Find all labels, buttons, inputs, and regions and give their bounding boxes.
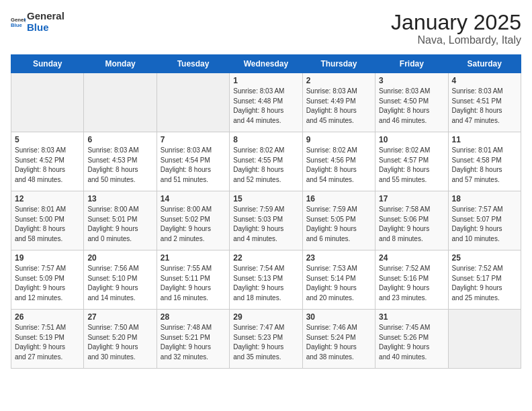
day-number: 14 [161, 194, 226, 203]
weekday-row: SundayMondayTuesdayWednesdayThursdayFrid… [11, 55, 521, 73]
day-number: 4 [452, 76, 517, 85]
calendar-cell: 16Sunrise: 7:59 AM Sunset: 5:05 PM Dayli… [302, 191, 375, 250]
calendar-week-1: 1Sunrise: 8:03 AM Sunset: 4:48 PM Daylig… [11, 73, 521, 132]
day-number: 16 [306, 194, 371, 203]
calendar-table: SundayMondayTuesdayWednesdayThursdayFrid… [11, 54, 521, 369]
calendar-title: January 2025 [391, 11, 521, 34]
calendar-week-5: 26Sunrise: 7:51 AM Sunset: 5:19 PM Dayli… [11, 310, 521, 369]
day-info: Sunrise: 7:53 AM Sunset: 5:14 PM Dayligh… [306, 264, 371, 303]
calendar-cell: 13Sunrise: 8:00 AM Sunset: 5:01 PM Dayli… [84, 191, 157, 250]
calendar-cell: 18Sunrise: 7:57 AM Sunset: 5:07 PM Dayli… [448, 191, 521, 250]
day-info: Sunrise: 8:03 AM Sunset: 4:49 PM Dayligh… [306, 87, 371, 126]
calendar-cell: 5Sunrise: 8:03 AM Sunset: 4:52 PM Daylig… [11, 132, 84, 191]
calendar-cell [157, 73, 229, 132]
calendar-cell: 26Sunrise: 7:51 AM Sunset: 5:19 PM Dayli… [11, 310, 84, 369]
calendar-cell: 1Sunrise: 8:03 AM Sunset: 4:48 PM Daylig… [230, 73, 302, 132]
calendar-cell: 2Sunrise: 8:03 AM Sunset: 4:49 PM Daylig… [302, 73, 375, 132]
day-number: 12 [15, 194, 80, 203]
calendar-week-2: 5Sunrise: 8:03 AM Sunset: 4:52 PM Daylig… [11, 132, 521, 191]
weekday-header-wednesday: Wednesday [230, 55, 302, 73]
calendar-cell: 3Sunrise: 8:03 AM Sunset: 4:50 PM Daylig… [375, 73, 448, 132]
day-info: Sunrise: 7:52 AM Sunset: 5:16 PM Dayligh… [379, 264, 444, 303]
calendar-cell [84, 73, 157, 132]
day-info: Sunrise: 8:03 AM Sunset: 4:51 PM Dayligh… [452, 87, 517, 126]
day-info: Sunrise: 7:57 AM Sunset: 5:07 PM Dayligh… [452, 205, 517, 244]
day-number: 22 [233, 253, 298, 263]
day-info: Sunrise: 7:59 AM Sunset: 5:05 PM Dayligh… [306, 205, 371, 244]
calendar-cell: 29Sunrise: 7:47 AM Sunset: 5:23 PM Dayli… [230, 310, 302, 369]
calendar-cell: 14Sunrise: 8:00 AM Sunset: 5:02 PM Dayli… [157, 191, 229, 250]
day-number: 20 [87, 253, 152, 263]
logo-icon: General Blue [11, 15, 26, 30]
calendar-cell: 23Sunrise: 7:53 AM Sunset: 5:14 PM Dayli… [302, 250, 375, 310]
day-number: 5 [15, 135, 80, 144]
calendar-cell [11, 73, 84, 132]
calendar-cell: 9Sunrise: 8:02 AM Sunset: 4:56 PM Daylig… [302, 132, 375, 191]
logo: General Blue General Blue [11, 11, 64, 33]
calendar-subtitle: Nava, Lombardy, Italy [391, 34, 521, 46]
day-info: Sunrise: 8:01 AM Sunset: 5:00 PM Dayligh… [15, 205, 80, 244]
day-info: Sunrise: 8:03 AM Sunset: 4:53 PM Dayligh… [87, 146, 152, 185]
calendar-cell: 20Sunrise: 7:56 AM Sunset: 5:10 PM Dayli… [84, 250, 157, 310]
day-number: 17 [379, 194, 444, 203]
day-info: Sunrise: 7:54 AM Sunset: 5:13 PM Dayligh… [233, 264, 298, 303]
calendar-cell: 17Sunrise: 7:58 AM Sunset: 5:06 PM Dayli… [375, 191, 448, 250]
calendar-cell: 25Sunrise: 7:52 AM Sunset: 5:17 PM Dayli… [448, 250, 521, 310]
calendar-week-3: 12Sunrise: 8:01 AM Sunset: 5:00 PM Dayli… [11, 191, 521, 250]
day-number: 9 [306, 135, 371, 144]
calendar-cell: 7Sunrise: 8:03 AM Sunset: 4:54 PM Daylig… [157, 132, 229, 191]
day-number: 25 [452, 253, 517, 263]
calendar-cell: 6Sunrise: 8:03 AM Sunset: 4:53 PM Daylig… [84, 132, 157, 191]
day-info: Sunrise: 8:03 AM Sunset: 4:50 PM Dayligh… [379, 87, 444, 126]
calendar-cell: 31Sunrise: 7:45 AM Sunset: 5:26 PM Dayli… [375, 310, 448, 369]
day-info: Sunrise: 8:03 AM Sunset: 4:52 PM Dayligh… [15, 146, 80, 185]
logo-blue: Blue [27, 22, 64, 34]
calendar-header: SundayMondayTuesdayWednesdayThursdayFrid… [11, 55, 521, 73]
day-number: 15 [233, 194, 298, 203]
calendar-cell: 10Sunrise: 8:02 AM Sunset: 4:57 PM Dayli… [375, 132, 448, 191]
day-number: 10 [379, 135, 444, 144]
day-info: Sunrise: 7:58 AM Sunset: 5:06 PM Dayligh… [379, 205, 444, 244]
day-info: Sunrise: 8:03 AM Sunset: 4:54 PM Dayligh… [161, 146, 226, 185]
day-number: 13 [87, 194, 152, 203]
day-info: Sunrise: 7:46 AM Sunset: 5:24 PM Dayligh… [306, 323, 371, 362]
day-info: Sunrise: 7:52 AM Sunset: 5:17 PM Dayligh… [452, 264, 517, 303]
calendar-cell: 8Sunrise: 8:02 AM Sunset: 4:55 PM Daylig… [230, 132, 302, 191]
calendar-cell: 27Sunrise: 7:50 AM Sunset: 5:20 PM Dayli… [84, 310, 157, 369]
page-header: General Blue General Blue January 2025 N… [11, 11, 521, 46]
day-number: 23 [306, 253, 371, 263]
calendar-cell: 28Sunrise: 7:48 AM Sunset: 5:21 PM Dayli… [157, 310, 229, 369]
day-info: Sunrise: 8:00 AM Sunset: 5:01 PM Dayligh… [87, 205, 152, 244]
weekday-header-tuesday: Tuesday [157, 55, 229, 73]
day-number: 27 [87, 312, 152, 322]
day-info: Sunrise: 8:00 AM Sunset: 5:02 PM Dayligh… [161, 205, 226, 244]
calendar-cell: 15Sunrise: 7:59 AM Sunset: 5:03 PM Dayli… [230, 191, 302, 250]
calendar-cell: 21Sunrise: 7:55 AM Sunset: 5:11 PM Dayli… [157, 250, 229, 310]
day-number: 8 [233, 135, 298, 144]
day-info: Sunrise: 7:47 AM Sunset: 5:23 PM Dayligh… [233, 323, 298, 362]
day-number: 6 [87, 135, 152, 144]
calendar-cell [448, 310, 521, 369]
logo-general: General [27, 11, 64, 22]
day-number: 11 [452, 135, 517, 144]
day-number: 26 [15, 312, 80, 322]
calendar-cell: 30Sunrise: 7:46 AM Sunset: 5:24 PM Dayli… [302, 310, 375, 369]
day-number: 21 [161, 253, 226, 263]
calendar-cell: 4Sunrise: 8:03 AM Sunset: 4:51 PM Daylig… [448, 73, 521, 132]
day-info: Sunrise: 7:56 AM Sunset: 5:10 PM Dayligh… [87, 264, 152, 303]
weekday-header-saturday: Saturday [448, 55, 521, 73]
day-info: Sunrise: 8:02 AM Sunset: 4:57 PM Dayligh… [379, 146, 444, 185]
weekday-header-friday: Friday [375, 55, 448, 73]
day-info: Sunrise: 7:51 AM Sunset: 5:19 PM Dayligh… [15, 323, 80, 362]
day-info: Sunrise: 7:55 AM Sunset: 5:11 PM Dayligh… [161, 264, 226, 303]
title-block: January 2025 Nava, Lombardy, Italy [391, 11, 521, 46]
day-number: 29 [233, 312, 298, 322]
calendar-body: 1Sunrise: 8:03 AM Sunset: 4:48 PM Daylig… [11, 73, 521, 369]
svg-text:Blue: Blue [11, 21, 22, 28]
day-info: Sunrise: 7:48 AM Sunset: 5:21 PM Dayligh… [161, 323, 226, 362]
calendar-cell: 24Sunrise: 7:52 AM Sunset: 5:16 PM Dayli… [375, 250, 448, 310]
calendar-cell: 19Sunrise: 7:57 AM Sunset: 5:09 PM Dayli… [11, 250, 84, 310]
calendar-cell: 11Sunrise: 8:01 AM Sunset: 4:58 PM Dayli… [448, 132, 521, 191]
day-number: 31 [379, 312, 444, 322]
calendar-cell: 12Sunrise: 8:01 AM Sunset: 5:00 PM Dayli… [11, 191, 84, 250]
